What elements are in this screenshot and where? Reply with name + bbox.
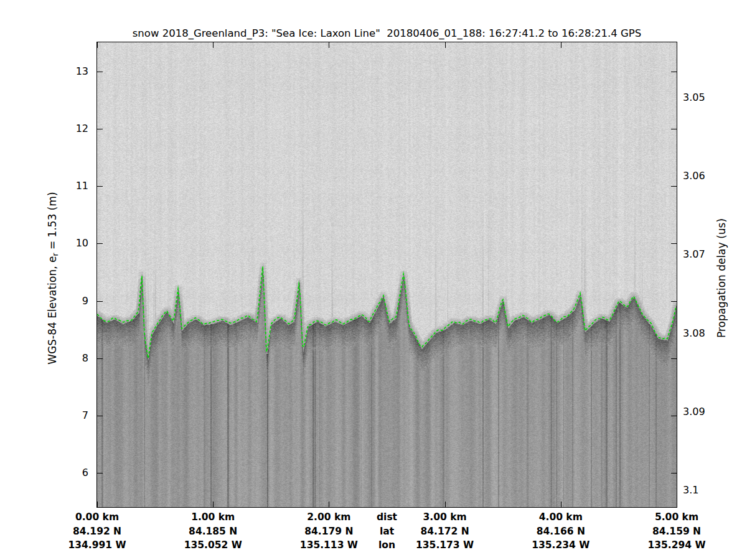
x-axis-row-header-column: distlatlon [377, 510, 397, 553]
x-tick-column: 5.00 km84.159 N135.294 W [647, 510, 705, 553]
x-tick-column: 0.00 km84.192 N134.991 W [68, 510, 126, 553]
y-tick-right [671, 243, 677, 244]
echogram-figure: snow 2018_Greenland_P3: "Sea Ice: Laxon … [0, 0, 747, 560]
x-tick-column: 4.00 km84.166 N135.234 W [532, 510, 590, 553]
y-tick-right [671, 473, 677, 474]
x-tick-column: 1.00 km84.185 N135.052 W [184, 510, 242, 553]
x-tick-column-row-lon: 135.052 W [184, 538, 242, 553]
delay-tick-label: 3.05 [683, 91, 720, 105]
x-tick-column-row-lat: 84.159 N [647, 525, 705, 539]
elevation-tick-label: 11 [56, 179, 88, 193]
y-tick-right [671, 129, 677, 129]
x-axis-row-header-column-row-lat: lat [377, 525, 397, 539]
x-tick-top [677, 42, 677, 48]
y-tick-right [671, 186, 677, 187]
y-tick-left [97, 243, 103, 244]
left-axis-label-prefix: WGS-84 Elevation, e [46, 256, 59, 364]
y-tick-right [671, 416, 677, 416]
elevation-tick-label: 9 [56, 294, 88, 308]
elevation-tick-label: 12 [56, 122, 88, 136]
x-tick-bottom [329, 502, 329, 507]
elevation-tick-label: 8 [56, 352, 88, 365]
left-axis-label: WGS-84 Elevation, er = 1.53 (m) [46, 192, 59, 364]
x-tick-column-row-lon: 135.173 W [416, 538, 474, 553]
x-tick-column-row-dist: 3.00 km [416, 510, 474, 525]
elevation-tick-label: 10 [56, 236, 88, 250]
x-tick-column-row-lon: 135.113 W [300, 538, 358, 553]
x-tick-bottom [445, 502, 446, 507]
y-tick-left [97, 129, 103, 129]
x-tick-column-row-lon: 135.234 W [532, 538, 590, 553]
echogram-canvas [97, 42, 677, 507]
y-tick-left [97, 301, 103, 302]
x-axis-row-header-column-row-lon: lon [377, 538, 397, 553]
chart-title: snow 2018_Greenland_P3: "Sea Ice: Laxon … [96, 27, 677, 39]
y-tick-right [671, 72, 677, 72]
x-tick-column-row-lat: 84.192 N [68, 525, 126, 539]
x-tick-top [445, 42, 446, 48]
x-tick-column: 2.00 km84.179 N135.113 W [300, 510, 358, 553]
x-tick-column-row-lat: 84.166 N [532, 525, 590, 539]
x-tick-column-row-lat: 84.179 N [300, 525, 358, 539]
y-tick-left [97, 358, 103, 359]
x-tick-bottom [561, 502, 561, 507]
x-tick-column-row-dist: 4.00 km [532, 510, 590, 525]
y-tick-right [671, 358, 677, 359]
left-axis-label-suffix: = 1.53 (m) [46, 192, 59, 253]
y-tick-left [97, 416, 103, 416]
y-tick-left [97, 72, 103, 72]
x-tick-column-row-dist: 5.00 km [647, 510, 705, 525]
x-tick-column-row-lat: 84.185 N [184, 525, 242, 539]
x-tick-top [329, 42, 329, 48]
x-tick-column-row-dist: 1.00 km [184, 510, 242, 525]
x-axis-row-header-column-row-dist: dist [377, 510, 397, 525]
x-tick-column-row-dist: 2.00 km [300, 510, 358, 525]
delay-tick-label: 3.07 [683, 248, 720, 261]
x-tick-bottom [97, 502, 98, 507]
elevation-tick-label: 6 [56, 466, 88, 480]
x-tick-bottom [677, 502, 677, 507]
elevation-tick-label: 13 [56, 65, 88, 78]
x-tick-column: 3.00 km84.172 N135.173 W [416, 510, 474, 553]
right-axis-label: Propagation delay (us) [715, 218, 728, 338]
x-tick-column-row-lon: 134.991 W [68, 538, 126, 553]
delay-tick-label: 3.1 [683, 483, 720, 497]
plot-frame [96, 42, 677, 508]
y-tick-left [97, 186, 103, 187]
x-tick-top [561, 42, 561, 48]
delay-tick-label: 3.06 [683, 169, 720, 183]
x-tick-column-row-lat: 84.172 N [416, 525, 474, 539]
left-axis-label-subscript: r [51, 253, 60, 256]
x-tick-top [97, 42, 98, 48]
elevation-tick-label: 7 [56, 409, 88, 422]
y-tick-left [97, 473, 103, 474]
x-tick-bottom [213, 502, 214, 507]
x-tick-column-row-dist: 0.00 km [68, 510, 126, 525]
x-tick-column-row-lon: 135.294 W [647, 538, 705, 553]
delay-tick-label: 3.09 [683, 405, 720, 419]
x-tick-top [213, 42, 214, 48]
y-tick-right [671, 301, 677, 302]
delay-tick-label: 3.08 [683, 327, 720, 340]
